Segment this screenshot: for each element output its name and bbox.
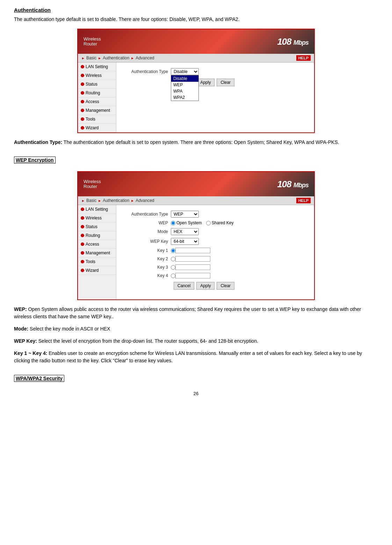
form-section-1: Authentication Type Disable WEP WPA WPA2… xyxy=(122,68,308,86)
help-button-1[interactable]: HELP xyxy=(296,55,311,61)
sidebar-item-wizard-1[interactable]: Wizard xyxy=(78,124,116,132)
sidebar-label-status-2: Status xyxy=(86,224,97,229)
sidebar-item-tools-2[interactable]: Tools xyxy=(78,257,116,266)
key-desc: Key 1 ~ Key 4: Enables user to create an… xyxy=(14,350,378,364)
key4-radio[interactable] xyxy=(171,274,175,278)
nav-auth-2[interactable]: Authentication xyxy=(103,198,129,203)
intro-text: The authentication type default is set t… xyxy=(14,16,378,23)
nav-arrow-icon-2: ► xyxy=(98,56,101,60)
sidebar-item-lan-2[interactable]: LAN Setting xyxy=(78,205,116,214)
sidebar-item-status-1[interactable]: Status xyxy=(78,80,116,89)
router-body-1: LAN Setting Wireless Status Routing Acce… xyxy=(78,63,314,132)
wep-key-bold: WEP Key: xyxy=(14,338,37,344)
router-speed-2: 108 Mbps xyxy=(277,179,308,190)
mode-row: Mode HEX ASCII xyxy=(122,228,308,235)
nav-auth-1[interactable]: Authentication xyxy=(103,56,129,60)
router-header-2: Wireless Router 108 Mbps xyxy=(78,172,314,196)
router-navbar-2: ► Basic ► Authentication ► Advanced HELP xyxy=(78,196,314,205)
nav-advanced-2[interactable]: Advanced xyxy=(136,198,154,203)
sidebar-label-tools-1: Tools xyxy=(86,117,95,122)
sidebar-item-wizard-2[interactable]: Wizard xyxy=(78,266,116,275)
sidebar-item-wireless-2[interactable]: Wireless xyxy=(78,214,116,223)
key2-input[interactable] xyxy=(175,256,210,262)
key1-radio[interactable] xyxy=(171,248,175,253)
cancel-button-2[interactable]: Cancel xyxy=(174,282,194,290)
sidebar-label-access-1: Access xyxy=(86,99,99,104)
form-section-2: Authentication Type WEP Disable WPA WPA2… xyxy=(122,211,308,290)
nav-basic-2[interactable]: Basic xyxy=(86,198,96,203)
page-title: Authentication xyxy=(14,7,378,13)
sidebar-item-routing-2[interactable]: Routing xyxy=(78,231,116,240)
wep-desc: WEP: Open System allows public access to… xyxy=(14,306,378,320)
router-screenshot-2: Wireless Router 108 Mbps ► Basic ► Authe… xyxy=(77,171,315,300)
nav-arrow-2-3: ► xyxy=(131,199,134,203)
help-button-2[interactable]: HELP xyxy=(296,198,311,203)
sidebar-dot-access-2 xyxy=(81,242,84,246)
sidebar-item-access-1[interactable]: Access xyxy=(78,97,116,106)
open-system-text: Open System xyxy=(176,220,202,225)
sidebar-2: LAN Setting Wireless Status Routing Acce… xyxy=(78,205,116,299)
sidebar-item-access-2[interactable]: Access xyxy=(78,240,116,249)
router-header-1: Wireless Router 108 Mbps xyxy=(78,29,314,54)
nav-advanced-1[interactable]: Advanced xyxy=(136,56,154,60)
shared-key-label[interactable]: Shared Key xyxy=(206,220,234,225)
sidebar-item-wireless-1[interactable]: Wireless xyxy=(78,71,116,80)
dropdown-option-wpa2[interactable]: WPA2 xyxy=(171,94,198,101)
nav-basic-1[interactable]: Basic xyxy=(86,56,96,60)
sidebar-label-wireless-1: Wireless xyxy=(86,73,102,78)
sidebar-label-status-1: Status xyxy=(86,82,97,87)
wep-radio-group: Open System Shared Key xyxy=(171,220,233,225)
shared-key-radio[interactable] xyxy=(206,221,211,225)
auth-type-select-1[interactable]: Disable WEP WPA WPA2 xyxy=(171,68,199,75)
key3-input[interactable] xyxy=(175,264,210,270)
router-body-2: LAN Setting Wireless Status Routing Acce… xyxy=(78,205,314,299)
apply-button-2[interactable]: Apply xyxy=(196,282,215,290)
button-row-2: Cancel Apply Clear xyxy=(174,282,308,290)
mode-desc: Mode: Select the key mode in ASCII or HE… xyxy=(14,325,378,333)
sidebar-dot-wizard-1 xyxy=(81,126,84,130)
sidebar-item-routing-1[interactable]: Routing xyxy=(78,89,116,97)
auth-type-paragraph: Authentication Type: The authentication … xyxy=(14,139,378,146)
auth-type-desc: The authentication type default is set t… xyxy=(64,139,339,145)
clear-button-2[interactable]: Clear xyxy=(217,282,234,290)
clear-button-1[interactable]: Clear xyxy=(217,79,234,86)
key3-radio[interactable] xyxy=(171,265,175,270)
router-logo-1: Wireless Router xyxy=(84,37,101,47)
sidebar-dot-routing-2 xyxy=(81,234,84,237)
sidebar-item-status-2[interactable]: Status xyxy=(78,223,116,231)
sidebar-item-management-2[interactable]: Management xyxy=(78,249,116,257)
nav-arrow-2-2: ► xyxy=(98,199,101,203)
sidebar-item-tools-1[interactable]: Tools xyxy=(78,115,116,124)
nav-arrow-icon-3: ► xyxy=(131,56,134,60)
logo-line2-2: Router xyxy=(84,184,101,189)
sidebar-item-lan-1[interactable]: LAN Setting xyxy=(78,63,116,71)
dropdown-option-wpa[interactable]: WPA xyxy=(171,88,198,94)
router-logo-2: Wireless Router xyxy=(84,179,101,189)
wep-bold: WEP: xyxy=(14,306,27,312)
auth-type-dropdown-1[interactable]: Disable WEP WPA WPA2 Disable WEP WPA WPA… xyxy=(171,68,199,75)
key4-input[interactable] xyxy=(175,273,210,278)
router-screenshot-1: Wireless Router 108 Mbps ► Basic ► Authe… xyxy=(77,29,315,133)
dropdown-option-disable[interactable]: Disable xyxy=(171,75,198,82)
dropdown-option-wep[interactable]: WEP xyxy=(171,82,198,88)
sidebar-dot-lan-2 xyxy=(81,208,84,211)
key1-input[interactable] xyxy=(175,248,210,253)
sidebar-1: LAN Setting Wireless Status Routing Acce… xyxy=(78,63,116,132)
sidebar-label-routing-2: Routing xyxy=(86,233,100,238)
apply-button-1[interactable]: Apply xyxy=(196,79,215,86)
auth-type-select-2[interactable]: WEP Disable WPA WPA2 xyxy=(171,211,199,218)
sidebar-dot-lan-1 xyxy=(81,65,84,68)
auth-type-row-1: Authentication Type Disable WEP WPA WPA2… xyxy=(122,68,308,75)
sidebar-item-management-1[interactable]: Management xyxy=(78,106,116,115)
open-system-radio[interactable] xyxy=(171,221,175,225)
logo-line1: Wireless xyxy=(84,37,101,42)
mode-bold: Mode: xyxy=(14,326,28,332)
key2-radio[interactable] xyxy=(171,257,175,261)
main-content-2: Authentication Type WEP Disable WPA WPA2… xyxy=(116,205,314,299)
sidebar-dot-wireless-1 xyxy=(81,74,84,77)
wep-key-select[interactable]: 64-bit 128-bit xyxy=(171,238,199,245)
sidebar-label-management-2: Management xyxy=(86,250,110,255)
key4-label: Key 4 xyxy=(122,273,171,278)
open-system-label[interactable]: Open System xyxy=(171,220,202,225)
mode-select[interactable]: HEX ASCII xyxy=(171,228,199,235)
